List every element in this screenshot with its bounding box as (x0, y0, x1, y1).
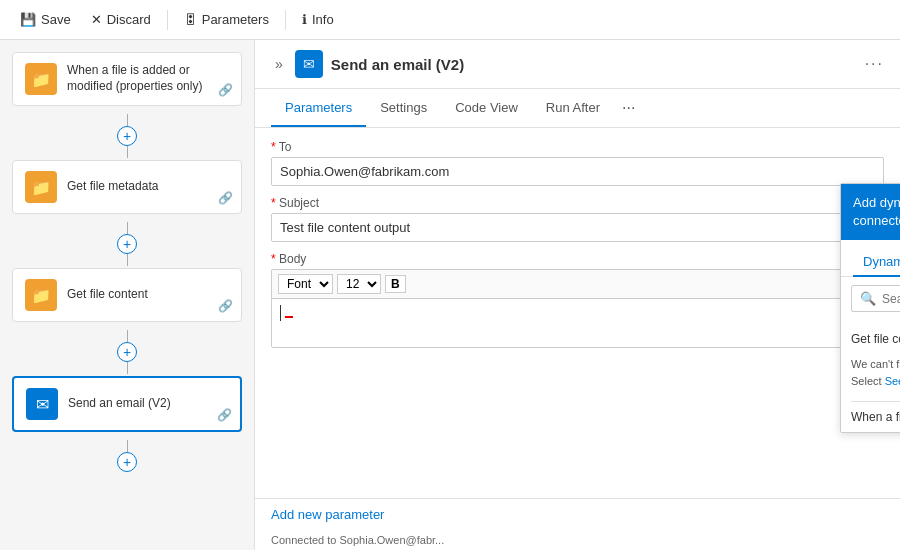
connector-line7 (127, 440, 128, 452)
action-more-button[interactable]: ··· (865, 55, 884, 73)
subject-field: * Subject (271, 196, 884, 242)
add-param-button[interactable]: Add new parameter (271, 507, 384, 522)
flow-node-trigger[interactable]: 📁 When a file is added or modified (prop… (12, 52, 242, 106)
right-content-wrapper: * To * Subject * Body (255, 128, 900, 550)
connector-line2 (127, 146, 128, 158)
dtab-dynamic[interactable]: Dynamic content (853, 248, 900, 277)
info-label: Info (312, 12, 334, 27)
connector-3: + (12, 330, 242, 374)
dynamic-search-bar: 🔍 (851, 285, 900, 312)
connector-line3 (127, 222, 128, 234)
flow-node-email[interactable]: ✉ Send an email (V2) 🔗 (12, 376, 242, 432)
action-title: Send an email (V2) (331, 56, 464, 73)
collapse-button[interactable]: » (271, 54, 287, 74)
discard-button[interactable]: ✕ Discard (83, 8, 159, 31)
connector-line6 (127, 362, 128, 374)
tab-bar: Parameters Settings Code View Run After … (255, 89, 900, 128)
see-more-inline-link[interactable]: See more (885, 375, 900, 387)
info-button[interactable]: ℹ Info (294, 8, 342, 31)
dynamic-section-1: Get file content See more We can't find … (841, 320, 900, 401)
action-header: » ✉ Send an email (V2) ··· (255, 40, 900, 89)
metadata-icon: 📁 (25, 171, 57, 203)
connector-line5 (127, 330, 128, 342)
subject-label: * Subject (271, 196, 884, 210)
toolbar-divider (167, 10, 168, 30)
form-area: * To * Subject * Body (255, 128, 900, 498)
add-param-bar: Add new parameter (255, 498, 900, 530)
trigger-label: When a file is added or modified (proper… (67, 63, 229, 94)
dynamic-search-input[interactable] (882, 292, 900, 306)
left-panel: 📁 When a file is added or modified (prop… (0, 40, 255, 550)
trigger-icon: 📁 (25, 63, 57, 95)
flow-node-content[interactable]: 📁 Get file content 🔗 (12, 268, 242, 322)
body-field: * Body Font 12 B (271, 252, 884, 348)
body-editor[interactable] (271, 298, 884, 348)
tab-codeview[interactable]: Code View (441, 90, 532, 127)
tab-parameters[interactable]: Parameters (271, 90, 366, 127)
search-icon: 🔍 (860, 291, 876, 306)
cursor (280, 305, 281, 321)
flow-node-metadata[interactable]: 📁 Get file metadata 🔗 (12, 160, 242, 214)
dynamic-section-2: When a file is added or updated See more (841, 402, 900, 432)
section1-title: Get file content (851, 332, 900, 346)
add-step-3[interactable]: + (117, 342, 137, 362)
connector-1: + (12, 114, 242, 158)
toolbar: 💾 Save ✕ Discard 🎛 Parameters ℹ Info (0, 0, 900, 40)
connected-text: Connected to Sophia.Owen@fabr... (255, 530, 900, 550)
save-label: Save (41, 12, 71, 27)
fontsize-select[interactable]: 12 (337, 274, 381, 294)
main-layout: 📁 When a file is added or modified (prop… (0, 40, 900, 550)
to-input[interactable] (271, 157, 884, 186)
add-step-4[interactable]: + (117, 452, 137, 472)
form-content: * To * Subject * Body (255, 128, 900, 550)
body-required: * (271, 252, 279, 266)
add-step-1[interactable]: + (117, 126, 137, 146)
save-button[interactable]: 💾 Save (12, 8, 79, 31)
section1-header: Get file content See more (851, 326, 900, 352)
to-field: * To (271, 140, 884, 186)
action-icon: ✉ (295, 50, 323, 78)
dynamic-panel: Add dynamic content from the apps and co… (840, 183, 900, 433)
body-underline (285, 316, 293, 318)
section2-title: When a file is added or updated (851, 410, 900, 424)
link-icon-email: 🔗 (217, 408, 232, 422)
info-icon: ℹ (302, 12, 307, 27)
link-icon-metadata: 🔗 (218, 191, 233, 205)
connector-4: + (12, 440, 242, 472)
connector-line (127, 114, 128, 126)
link-icon-content: 🔗 (218, 299, 233, 313)
bold-button[interactable]: B (385, 275, 406, 293)
right-panel: » ✉ Send an email (V2) ··· Parameters Se… (255, 40, 900, 550)
dynamic-tab-bar: Dynamic content Expression (841, 240, 900, 277)
parameters-button[interactable]: 🎛 Parameters (176, 8, 277, 31)
discard-icon: ✕ (91, 12, 102, 27)
connector-line4 (127, 254, 128, 266)
tab-more-button[interactable]: ··· (614, 89, 643, 127)
parameters-label: Parameters (202, 12, 269, 27)
body-label: * Body (271, 252, 884, 266)
to-required: * (271, 140, 279, 154)
save-icon: 💾 (20, 12, 36, 27)
add-step-2[interactable]: + (117, 234, 137, 254)
subject-required: * (271, 196, 279, 210)
content-label: Get file content (67, 287, 148, 303)
to-label: * To (271, 140, 884, 154)
toolbar-divider2 (285, 10, 286, 30)
parameters-icon: 🎛 (184, 12, 197, 27)
subject-input[interactable] (271, 213, 884, 242)
body-toolbar: Font 12 B (271, 269, 884, 298)
metadata-label: Get file metadata (67, 179, 158, 195)
dynamic-header-text: Add dynamic content from the apps and co… (853, 194, 900, 230)
connector-2: + (12, 222, 242, 266)
content-icon: 📁 (25, 279, 57, 311)
font-select[interactable]: Font (278, 274, 333, 294)
tab-settings[interactable]: Settings (366, 90, 441, 127)
email-label: Send an email (V2) (68, 396, 171, 412)
dynamic-message: We can't find any outputs to match this … (851, 352, 900, 395)
discard-label: Discard (107, 12, 151, 27)
tab-runafter[interactable]: Run After (532, 90, 614, 127)
email-icon: ✉ (26, 388, 58, 420)
dynamic-header: Add dynamic content from the apps and co… (841, 184, 900, 240)
link-icon-trigger: 🔗 (218, 83, 233, 97)
